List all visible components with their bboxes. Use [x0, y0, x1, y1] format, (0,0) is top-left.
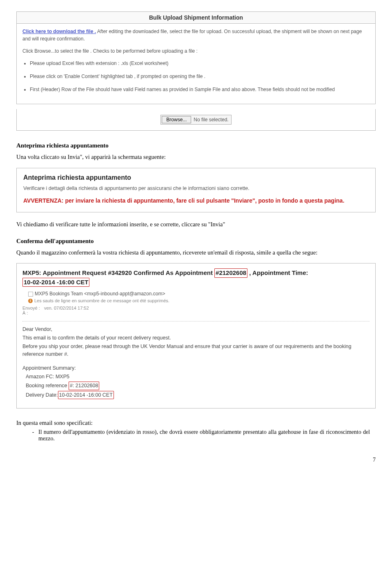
email-body: Dear Vendor, This email is to confirm th…	[17, 324, 375, 408]
panel-body: Click here to download the file . After …	[17, 24, 375, 104]
sent-value: ven. 07/02/2014 17:52	[44, 306, 89, 310]
list-item: First (Header) Row of the File should ha…	[30, 86, 370, 93]
subject-prefix: MXP5: Appointment Request #342920 Confir…	[22, 269, 214, 276]
separator	[22, 321, 370, 321]
dash-icon: -	[28, 429, 38, 435]
file-status: No file selected.	[194, 117, 228, 123]
summary-title: Appointment Summary:	[22, 364, 370, 372]
summary-delivery: Delivery Date:10-02-2014 -16:00 CET	[22, 391, 370, 400]
section-heading-conferma: Conferma dell'appuntamento	[16, 238, 376, 245]
booking-ref-highlight: #: 21202608	[69, 382, 100, 390]
sent-label: Envoyé :	[22, 306, 43, 310]
page-number: 7	[16, 457, 376, 463]
subject-suffix: , Appointment Time:	[247, 269, 308, 276]
verify-text: Vi chiediamo di verificare tutte le info…	[16, 221, 376, 229]
download-file-link[interactable]: Click here to download the file .	[22, 29, 96, 34]
list-item: Please click on 'Enable Content' highlig…	[30, 73, 370, 80]
email-line: This email is to confirm the details of …	[22, 334, 370, 342]
browse-intro: Click Browse...to select the file . Chec…	[22, 47, 370, 55]
summary-fc: Amazon FC: MXP5	[22, 373, 370, 381]
warning-panel-desc: Verificare i dettagli della richiesta di…	[23, 185, 369, 191]
checkbox-icon	[28, 292, 33, 297]
email-subject: MXP5: Appointment Request #342920 Confir…	[17, 263, 375, 291]
bullet-text: Il numero dell'appuntamento (evidenziato…	[38, 429, 370, 442]
bulk-upload-panel: Bulk Upload Shipment Information Click h…	[16, 11, 376, 104]
summary-booking: Booking reference #: 21202608	[22, 382, 370, 390]
upload-checks-list: Please upload Excel files with extension…	[30, 60, 370, 93]
email-from: MXP5 Bookings Team <mxp5-inbound-appt@am…	[35, 291, 165, 297]
appt-time-highlight: 10-02-2014 -16:00 CET	[22, 278, 89, 287]
after-email-intro: In questa email sono specificati:	[16, 419, 376, 427]
file-picker-row: Browse...No file selected.	[16, 109, 376, 131]
warning-panel-warn: AVVERTENZA: per inviare la richiesta di …	[23, 197, 369, 205]
file-picker: Browse...No file selected.	[160, 115, 231, 125]
warning-panel-title: Anteprima richiesta appuntamento	[23, 174, 369, 181]
email-note: Les sauts de ligne en surnombre de ce me…	[34, 298, 169, 303]
bullet-item: -Il numero dell'appuntamento (evidenziat…	[16, 429, 376, 442]
email-greeting: Dear Vendor,	[22, 326, 370, 333]
appt-number-highlight: #21202608	[214, 268, 247, 277]
warning-panel: Anteprima richiesta appuntamento Verific…	[16, 168, 376, 213]
email-meta: MXP5 Bookings Team <mxp5-inbound-appt@am…	[17, 291, 375, 319]
email-preview: MXP5: Appointment Request #342920 Confir…	[16, 263, 376, 409]
delivery-date-highlight: 10-02-2014 -16:00 CET	[58, 391, 114, 400]
section-heading-anteprima: Anteprima richiesta appuntamento	[16, 142, 376, 149]
email-line: Before you ship your order, please read …	[22, 343, 370, 358]
panel-title: Bulk Upload Shipment Information	[17, 12, 375, 24]
browse-button[interactable]: Browse...	[162, 116, 191, 123]
section-text-conferma: Quando il magazzino confermerà la vostra…	[16, 249, 376, 257]
list-item: Please upload Excel files with extension…	[30, 60, 370, 67]
info-icon: i	[28, 299, 33, 303]
section-text: Una volta cliccato su Invia", vi apparir…	[16, 153, 376, 161]
to-label: À :	[22, 310, 43, 315]
